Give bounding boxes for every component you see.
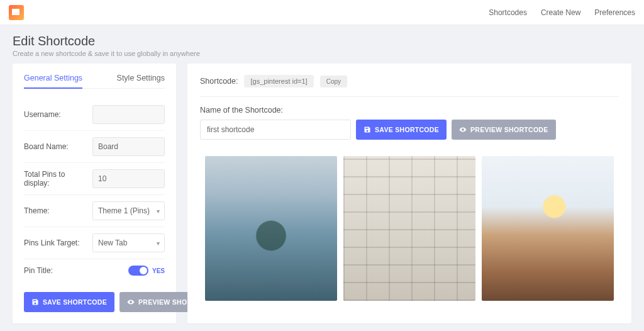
top-nav: Shortcodes Create New Preferences	[489, 8, 635, 17]
page-title: Edit Shortcode	[13, 34, 631, 48]
pin-thumbnail[interactable]	[482, 156, 614, 301]
page-header: Edit Shortcode Create a new shortcode & …	[0, 25, 644, 64]
row-board-name: Board Name:	[24, 131, 165, 163]
nav-create-new[interactable]: Create New	[541, 8, 580, 17]
shortcode-name-input[interactable]	[200, 120, 351, 140]
copy-button[interactable]: Copy	[320, 76, 347, 87]
label-theme: Theme:	[24, 206, 92, 215]
label-username: Username:	[24, 110, 92, 119]
label-pin-title: Pin Title:	[24, 266, 92, 275]
input-username[interactable]	[92, 105, 165, 124]
name-section: Name of the Shortcode: Save Shortcode Pr…	[200, 106, 619, 140]
preview-shortcode-button-right[interactable]: Preview Shortcode	[452, 120, 556, 140]
top-bar: Shortcodes Create New Preferences	[0, 0, 644, 25]
shortcode-code: [gs_pinterest id=1]	[244, 75, 313, 87]
row-total-pins: Total Pins to display:	[24, 163, 165, 195]
content-panel: Shortcode: [gs_pinterest id=1] Copy Name…	[187, 64, 631, 323]
label-link-target: Pins Link Target:	[24, 238, 92, 247]
shortcode-row: Shortcode: [gs_pinterest id=1] Copy	[200, 74, 619, 97]
toggle-pin-title[interactable]	[128, 266, 148, 276]
label-board-name: Board Name:	[24, 142, 92, 151]
label-total-pins: Total Pins to display:	[24, 170, 92, 188]
save-icon	[31, 298, 39, 306]
save-shortcode-button-right[interactable]: Save Shortcode	[356, 120, 447, 140]
row-link-target: Pins Link Target: ▾	[24, 227, 165, 259]
nav-shortcodes[interactable]: Shortcodes	[489, 8, 527, 17]
app-logo	[9, 5, 24, 20]
save-icon	[364, 126, 371, 133]
eye-icon	[459, 126, 467, 133]
preview-shortcode-label: Preview Shortcode	[470, 126, 548, 133]
row-pin-title: Pin Title: YES	[24, 259, 165, 282]
row-theme: Theme: ▾	[24, 195, 165, 227]
settings-panel: General Settings Style Settings Username…	[13, 64, 176, 323]
save-shortcode-button[interactable]: Save Shortcode	[24, 292, 114, 312]
tab-style-settings[interactable]: Style Settings	[117, 74, 165, 88]
page-subtitle: Create a new shortcode & save it to use …	[13, 50, 631, 57]
nav-preferences[interactable]: Preferences	[594, 8, 635, 17]
pin-thumbnail[interactable]	[205, 156, 337, 301]
preview-area[interactable]	[200, 151, 619, 313]
input-board-name[interactable]	[92, 137, 165, 156]
shortcode-label: Shortcode:	[200, 77, 238, 86]
save-shortcode-label: Save Shortcode	[375, 126, 439, 133]
save-shortcode-label: Save Shortcode	[43, 298, 107, 306]
toggle-pin-title-label: YES	[152, 267, 165, 274]
settings-tabs: General Settings Style Settings	[24, 74, 165, 89]
pin-thumbnail[interactable]	[343, 156, 475, 301]
eye-icon	[127, 298, 135, 306]
tab-general-settings[interactable]: General Settings	[24, 74, 82, 89]
select-link-target[interactable]	[92, 233, 165, 252]
name-label: Name of the Shortcode:	[200, 106, 619, 115]
input-total-pins[interactable]	[92, 169, 165, 188]
select-theme[interactable]	[92, 201, 165, 220]
row-username: Username:	[24, 99, 165, 131]
